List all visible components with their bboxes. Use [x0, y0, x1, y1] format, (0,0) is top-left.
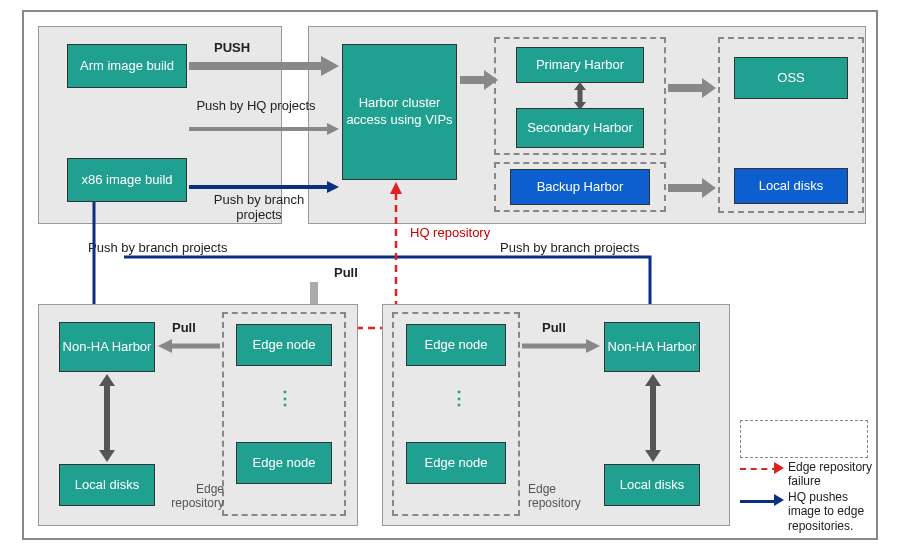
arrow-push-arm — [189, 52, 339, 80]
svg-marker-32 — [774, 494, 784, 506]
svg-marker-14 — [702, 178, 716, 198]
node-backup-harbor: Backup Harbor — [510, 169, 650, 205]
node-label: Primary Harbor — [536, 57, 624, 74]
node-local-disks-top: Local disks — [734, 168, 848, 204]
node-label: Edge node — [253, 455, 316, 472]
svg-marker-31 — [774, 462, 784, 474]
node-label: Harbor cluster access using VIPs — [343, 95, 456, 129]
legend-blue-arrowhead — [774, 494, 784, 506]
legend-red-arrowhead — [774, 462, 784, 474]
node-edge-tl: Edge node — [236, 324, 332, 366]
node-edge-bl: Edge node — [236, 442, 332, 484]
node-label: Non-HA Harbor — [608, 339, 697, 356]
label-hq-repo: HQ repository — [410, 225, 490, 240]
node-label: Backup Harbor — [537, 179, 624, 196]
node-secondary-harbor: Secondary Harbor — [516, 108, 644, 148]
arrow-backup-local — [668, 176, 716, 200]
node-nonha-right: Non-HA Harbor — [604, 322, 700, 372]
node-label: Secondary Harbor — [527, 120, 633, 137]
legend-dashed-sample — [740, 420, 868, 458]
node-label: Edge node — [253, 337, 316, 354]
node-label: Edge node — [425, 455, 488, 472]
node-label: Non-HA Harbor — [63, 339, 152, 356]
svg-marker-23 — [99, 450, 115, 462]
svg-marker-28 — [645, 450, 661, 462]
node-label: Local disks — [75, 477, 139, 494]
svg-rect-9 — [460, 76, 484, 84]
node-label: Local disks — [620, 477, 684, 494]
arrow-pull-left — [158, 336, 220, 356]
arrow-harbor-primary — [460, 68, 498, 92]
node-local-disks-left: Local disks — [59, 464, 155, 506]
node-label: Arm image build — [80, 58, 174, 75]
legend-fail: Edge repository failure — [788, 460, 874, 488]
label-pull-left: Pull — [172, 320, 196, 335]
svg-marker-18 — [390, 182, 402, 194]
node-label: OSS — [777, 70, 804, 87]
arrow-pull-right — [522, 336, 600, 356]
arrow-push-hq — [189, 122, 339, 136]
node-primary-harbor: Primary Harbor — [516, 47, 644, 83]
diagram-outer: Arm image build x86 image build Harbor c… — [22, 10, 878, 540]
svg-rect-3 — [189, 62, 321, 70]
label-push: PUSH — [214, 40, 250, 55]
svg-marker-10 — [484, 70, 498, 90]
node-label: x86 image build — [81, 172, 172, 189]
svg-marker-1 — [574, 82, 586, 90]
label-pull-right: Pull — [542, 320, 566, 335]
node-harbor-vip: Harbor cluster access using VIPs — [342, 44, 457, 180]
legend-push: HQ pushes image to edge repositories. — [788, 490, 878, 533]
node-label: Local disks — [759, 178, 823, 195]
svg-marker-30 — [586, 339, 600, 353]
label-push-hq: Push by HQ projects — [196, 98, 316, 113]
label-edge-repo-right: Edge repository — [528, 482, 598, 510]
svg-rect-13 — [668, 184, 702, 192]
vdots-right: ⋮ — [450, 387, 469, 409]
svg-marker-27 — [645, 374, 661, 386]
arrow-updown-left — [96, 374, 118, 462]
node-local-disks-right: Local disks — [604, 464, 700, 506]
node-arm-image-build: Arm image build — [67, 44, 187, 88]
svg-marker-4 — [321, 56, 339, 76]
svg-marker-22 — [99, 374, 115, 386]
arrow-primary-secondary — [570, 82, 590, 110]
label-edge-repo-left: Edge repository — [164, 482, 224, 510]
svg-rect-11 — [668, 84, 702, 92]
vdots-left: ⋮ — [276, 387, 295, 409]
arrow-primary-oss — [668, 76, 716, 100]
svg-marker-2 — [574, 102, 586, 110]
node-oss: OSS — [734, 57, 848, 99]
node-edge-tr: Edge node — [406, 324, 506, 366]
arrow-updown-right — [642, 374, 664, 462]
svg-marker-12 — [702, 78, 716, 98]
legend-red-line — [740, 468, 778, 470]
svg-marker-6 — [327, 123, 339, 135]
node-edge-br: Edge node — [406, 442, 506, 484]
svg-marker-25 — [158, 339, 172, 353]
node-nonha-left: Non-HA Harbor — [59, 322, 155, 372]
node-x86-image-build: x86 image build — [67, 158, 187, 202]
legend-blue-line — [740, 500, 778, 503]
node-label: Edge node — [425, 337, 488, 354]
